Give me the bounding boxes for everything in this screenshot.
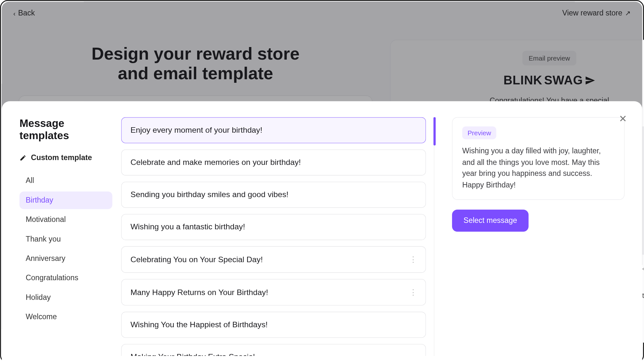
preview-text: Wishing you a day filled with joy, laugh… xyxy=(462,146,614,191)
custom-template-label: Custom template xyxy=(31,153,92,162)
template-item[interactable]: Wishing you a fantastic birthday! xyxy=(121,214,426,240)
category-item-holiday[interactable]: Holiday xyxy=(19,289,112,306)
template-item[interactable]: Making Your Birthday Extra Special xyxy=(121,344,426,356)
category-item-welcome[interactable]: Welcome xyxy=(19,308,112,326)
close-icon[interactable]: ✕ xyxy=(617,113,629,125)
template-text: Wishing You the Happiest of Birthdays! xyxy=(130,320,268,330)
custom-template-button[interactable]: Custom template xyxy=(19,153,112,162)
modal-title: Message templates xyxy=(19,117,112,142)
category-item-birthday[interactable]: Birthday xyxy=(19,191,112,209)
modal-left: Message templates Custom template AllBir… xyxy=(19,117,112,356)
category-item-thank-you[interactable]: Thank you xyxy=(19,230,112,248)
scrollbar-thumb[interactable] xyxy=(433,117,436,146)
pencil-icon xyxy=(19,154,26,161)
app-viewport: ‹ Back View reward store ↗ Design your r… xyxy=(0,0,644,363)
template-text: Celebrating You on Your Special Day! xyxy=(130,255,263,264)
template-text: Many Happy Returns on Your Birthday! xyxy=(130,288,268,297)
template-item[interactable]: Many Happy Returns on Your Birthday!⋮ xyxy=(121,279,426,305)
category-item-motivational[interactable]: Motivational xyxy=(19,211,112,229)
template-item[interactable]: Celebrate and make memories on your birt… xyxy=(121,149,426,176)
modal-right: Preview Wishing you a day filled with jo… xyxy=(443,117,625,356)
template-list: Enjoy every moment of your birthday!Cele… xyxy=(121,117,426,356)
select-message-button[interactable]: Select message xyxy=(452,210,528,232)
more-dots-icon[interactable]: ⋮ xyxy=(409,287,417,297)
category-list: AllBirthdayMotivationalThank youAnnivers… xyxy=(19,172,112,326)
category-item-all[interactable]: All xyxy=(19,172,112,190)
template-text: Sending you birthday smiles and good vib… xyxy=(130,190,288,199)
modal-center: Enjoy every moment of your birthday!Cele… xyxy=(121,117,434,356)
template-text: Celebrate and make memories on your birt… xyxy=(130,158,301,167)
preview-card: Preview Wishing you a day filled with jo… xyxy=(452,117,624,200)
category-item-congratulations[interactable]: Congratulations xyxy=(19,269,112,287)
template-text: Making Your Birthday Extra Special xyxy=(130,352,255,356)
template-item[interactable]: Enjoy every moment of your birthday! xyxy=(121,117,426,143)
modal-overlay[interactable]: ✕ Message templates Custom template AllB… xyxy=(2,2,642,361)
message-templates-modal: ✕ Message templates Custom template AllB… xyxy=(2,101,642,363)
template-text: Wishing you a fantastic birthday! xyxy=(130,222,245,232)
category-item-anniversary[interactable]: Anniversary xyxy=(19,250,112,268)
preview-line-2: Happy Birthday! xyxy=(462,181,516,189)
template-item[interactable]: Celebrating You on Your Special Day!⋮ xyxy=(121,246,426,273)
template-item[interactable]: Wishing You the Happiest of Birthdays! xyxy=(121,312,426,338)
template-item[interactable]: Sending you birthday smiles and good vib… xyxy=(121,182,426,208)
preview-line-1: Wishing you a day filled with joy, laugh… xyxy=(462,147,601,178)
template-text: Enjoy every moment of your birthday! xyxy=(130,126,262,135)
preview-badge: Preview xyxy=(462,127,496,139)
more-dots-icon[interactable]: ⋮ xyxy=(409,255,417,264)
